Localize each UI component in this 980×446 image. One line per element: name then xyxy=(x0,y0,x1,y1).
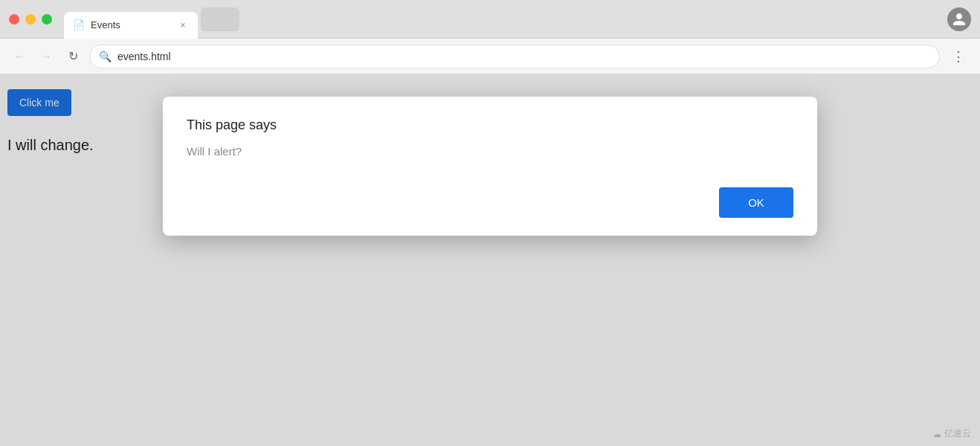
url-text: events.html xyxy=(117,51,930,62)
search-icon: 🔍 xyxy=(99,51,112,62)
forward-icon: → xyxy=(40,50,52,63)
tab-icon: 📄 xyxy=(73,19,85,30)
menu-dots-icon: ⋮ xyxy=(952,49,965,64)
back-button[interactable]: ← xyxy=(9,46,30,67)
page-content: Click me I will change. This page says W… xyxy=(0,74,980,446)
tab-title: Events xyxy=(91,19,171,30)
forward-button[interactable]: → xyxy=(36,46,57,67)
tab-close-button[interactable]: × xyxy=(177,19,189,31)
watermark-icon: ☁ xyxy=(932,429,941,439)
url-bar[interactable]: 🔍 events.html xyxy=(89,45,940,68)
dialog-ok-button[interactable]: OK xyxy=(719,187,793,218)
menu-button[interactable]: ⋮ xyxy=(946,45,971,68)
reload-button[interactable]: ↻ xyxy=(62,46,83,67)
alert-dialog: This page says Will I alert? OK xyxy=(163,97,817,236)
dialog-title: This page says xyxy=(187,117,793,133)
profile-icon[interactable] xyxy=(947,7,971,31)
title-bar: 📄 Events × xyxy=(0,0,980,39)
dialog-buttons: OK xyxy=(187,187,793,218)
back-icon: ← xyxy=(13,50,25,63)
minimize-button[interactable] xyxy=(25,14,36,25)
dialog-message: Will I alert? xyxy=(187,145,793,158)
watermark-text: 亿速云 xyxy=(944,427,971,440)
active-tab[interactable]: 📄 Events × xyxy=(64,12,198,39)
reload-icon: ↻ xyxy=(68,49,78,63)
close-button[interactable] xyxy=(9,14,19,25)
new-tab-button[interactable] xyxy=(201,7,239,31)
dialog-overlay: This page says Will I alert? OK xyxy=(0,74,980,446)
tab-bar: 📄 Events × xyxy=(64,6,947,33)
watermark: ☁ 亿速云 xyxy=(932,427,971,440)
address-bar: ← → ↻ 🔍 events.html ⋮ xyxy=(0,39,980,74)
maximize-button[interactable] xyxy=(42,14,52,25)
traffic-lights xyxy=(9,14,52,25)
